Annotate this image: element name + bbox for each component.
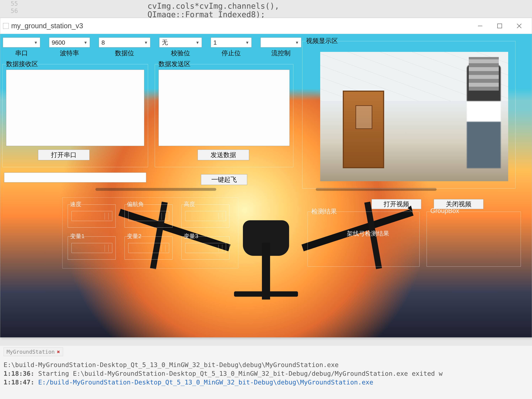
generic-groupbox: GroupBox: [427, 212, 521, 267]
app-icon: [3, 23, 9, 29]
chevron-down-icon: ▾: [33, 40, 38, 45]
ide-tab[interactable]: MyGroundStation✖: [4, 348, 63, 356]
baud-label: 波特率: [60, 49, 79, 57]
ground-station-window: my_ground_station_v3 ▾: [0, 18, 532, 337]
ide-output-panel: MyGroundStation✖ E:\build-MyGroundStatio…: [0, 346, 532, 399]
recv-lineedit[interactable]: [4, 172, 146, 183]
serial-settings: ▾ 串口 9600▾ 波特率 8▾ 数据位 无▾ 校验位: [3, 38, 301, 57]
chevron-down-icon: ▾: [143, 40, 148, 45]
detection-caption: 检测结果: [310, 207, 338, 216]
bow-detection-label: 架线弓检测结果: [347, 229, 389, 238]
ide-output-line: 1:18:36: Starting E:\build-MyGroundStati…: [4, 370, 528, 377]
send-textarea[interactable]: [158, 70, 290, 146]
video-caption: 视频显示区: [305, 37, 339, 45]
send-group: 数据发送区 发送数据: [155, 64, 293, 167]
face-pixelation: [469, 57, 499, 91]
ide-code-snippet: cvImg.cols*cvImg.channels(), QImage::For…: [147, 2, 279, 19]
open-video-button[interactable]: 打开视频: [372, 199, 421, 209]
svg-rect-1: [498, 24, 502, 28]
video-group: 视频显示区: [302, 41, 515, 189]
telemetry-frame: [62, 197, 238, 268]
flow-combo[interactable]: ▾: [260, 38, 301, 47]
close-icon[interactable]: ✖: [57, 349, 60, 355]
parity-combo[interactable]: 无▾: [159, 38, 202, 47]
ide-output-line: 1:18:47: E:/build-MyGroundStation-Deskto…: [4, 379, 528, 386]
databits-label: 数据位: [115, 49, 134, 57]
maximize-button[interactable]: [490, 20, 509, 32]
stopbits-label: 停止位: [222, 49, 241, 57]
chevron-down-icon: ▾: [245, 40, 250, 45]
recv-textarea[interactable]: [6, 70, 144, 146]
window-title: my_ground_station_v3: [11, 22, 83, 30]
takeoff-button[interactable]: 一键起飞: [201, 174, 247, 185]
chevron-down-icon: ▾: [83, 40, 88, 45]
recv-caption: 数据接收区: [5, 60, 39, 68]
recv-group: 数据接收区 打开串口: [2, 64, 148, 167]
parity-label: 校验位: [171, 49, 190, 57]
open-port-button[interactable]: 打开串口: [38, 150, 89, 160]
detection-group: 检测结果 架线弓检测结果: [308, 212, 419, 267]
send-caption: 数据发送区: [158, 60, 191, 68]
baud-combo[interactable]: 9600▾: [49, 38, 90, 47]
port-label: 串口: [15, 49, 28, 57]
video-feed: [320, 52, 508, 181]
ide-line-numbers: 55 56: [11, 0, 18, 15]
close-button[interactable]: [509, 20, 529, 32]
ide-output-line: E:\build-MyGroundStation-Desktop_Qt_5_13…: [4, 361, 528, 368]
generic-groupbox-caption: GroupBox: [429, 207, 460, 215]
chevron-down-icon: ▾: [195, 40, 200, 45]
titlebar: my_ground_station_v3: [0, 18, 532, 34]
flow-label: 流控制: [271, 49, 291, 57]
client-area: ▾ 串口 9600▾ 波特率 8▾ 数据位 无▾ 校验位: [0, 34, 532, 337]
stopbits-combo[interactable]: 1▾: [211, 38, 252, 47]
port-combo[interactable]: ▾: [3, 38, 40, 47]
minimize-button[interactable]: [470, 20, 490, 32]
send-data-button[interactable]: 发送数据: [198, 150, 249, 160]
chevron-down-icon: ▾: [294, 40, 299, 45]
databits-combo[interactable]: 8▾: [99, 38, 150, 47]
